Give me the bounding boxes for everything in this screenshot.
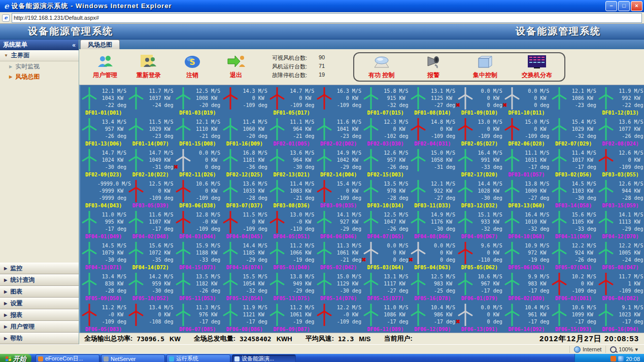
turbine-cell[interactable]: ✖ 15.9M/S 1188KW -33deg DF04-15(D73)	[174, 240, 221, 271]
minimize-button[interactable]: –	[605, 1, 617, 11]
turbine-cell[interactable]: ✖ 14.9M/S 1176KW -30deg DF04-08(D66)	[409, 209, 456, 240]
turbine-cell[interactable]: ✖ 11.2M/S 1061KW -19deg DF06-09(D87)	[268, 302, 315, 333]
turbine-cell[interactable]: ✖ 14.4M/S 1028KW -30deg DF03-12(D32)	[456, 178, 503, 209]
sidebar-menu-item[interactable]: ▶ 用户管理	[0, 321, 79, 333]
sidebar-group-main[interactable]: ▼ 主界面	[0, 50, 79, 61]
turbine-cell[interactable]: ✖ 16.4M/S 991KW -33deg DF02-17(D20)	[456, 147, 503, 178]
turbine-cell[interactable]: ✖ 11.9M/S 992KW -22deg DF01-12(D13)	[597, 85, 644, 116]
turbine-cell[interactable]: ✖ -9999.0M/S -9999KW -9999deg DF03-04(D4…	[80, 178, 127, 209]
turbine-cell[interactable]: ✖ 0.0M/S 0KW 0deg DF01-10(D11)	[503, 85, 550, 116]
turbine-cell[interactable]: ✖ 16.4M/S 1010KW -32deg DF04-10(D68)	[503, 209, 550, 240]
sidebar-item-realtime[interactable]: ▶ 实时监视	[0, 61, 79, 71]
turbine-cell[interactable]: ✖ 10.6M/S 0KW -109deg DF03-06(D38)	[174, 178, 221, 209]
turbine-cell[interactable]: ✖ 16.3M/S 0KW -109deg	[315, 85, 362, 116]
turbine-cell[interactable]: ✖ 13.5M/S 1182KW -26deg DF05-11(D53)	[174, 271, 221, 302]
turbine-cell[interactable]: ✖ 10.6M/S 1099KW -17deg DF06-15(D93)	[550, 302, 597, 333]
turbine-cell[interactable]: ✖ 11.4M/S 1017KW -17deg DF03-02(D56)	[550, 147, 597, 178]
turbine-cell[interactable]: ✖ 11.1M/S 964KW -21deg DF02-01(D05)	[268, 116, 315, 147]
central-control-button[interactable]: 集中控制	[463, 54, 507, 80]
turbine-cell[interactable]: ✖ 0.0M/S 0KW 0deg DF05-03(D64)	[362, 240, 409, 271]
logout-button[interactable]: S 注销	[171, 54, 214, 80]
tray-network-icon[interactable]	[618, 356, 624, 361]
sidebar-collapse-icon[interactable]: «	[72, 42, 76, 49]
zoom-control[interactable]: 100% ▾	[605, 346, 642, 353]
turbine-cell[interactable]: ✖ 11.5M/S 0KW -109deg DF04-04(D45)	[221, 209, 268, 240]
turbine-cell[interactable]: ✖ 15.5M/S 1054KW -32deg DF05-12(D54)	[221, 271, 268, 302]
turbine-cell[interactable]: ✖ 13.0M/S -0KW -110deg DF04-05(D51)	[268, 209, 315, 240]
sidebar-item-windfarm-overview[interactable]: ▶ 风场总图	[0, 71, 79, 82]
turbine-cell[interactable]: ✖ 0.0M/S 0KW 0deg DF05-04(D63)	[409, 240, 456, 271]
turbine-cell[interactable]: ✖ 13.5M/S 978KW -28deg DF03-10(D34)	[362, 178, 409, 209]
turbine-cell[interactable]: ✖ 11.2M/S 1066KW -19deg DF05-01(D40)	[268, 240, 315, 271]
turbine-cell[interactable]: ✖ 12.3M/S 0KW -102deg DF02-03(D30)	[362, 116, 409, 147]
turbine-cell[interactable]: ✖ 0.0M/S 0KW 0deg DF02-11(D26)	[174, 147, 221, 178]
tab-windfarm-overview[interactable]: 风场总图	[80, 40, 120, 49]
switch-distribution-button[interactable]: 交换机分布	[515, 54, 559, 80]
turbine-cell[interactable]: ✖ 0.0M/S 0KW 0deg DF06-13(D91)	[456, 302, 503, 333]
turbine-cell[interactable]: ✖ 13.6M/S 1077KW -26deg DF02-08(D24)	[597, 116, 644, 147]
turbine-cell[interactable]: ✖ 11.6M/S 1041KW -23deg DF02-02(D02)	[315, 116, 362, 147]
turbine-cell[interactable]: ✖ 13.8M/S 949KW -29deg DF05-13(D75)	[268, 271, 315, 302]
turbine-cell[interactable]: ✖ 11.7M/S 1037KW -24deg	[127, 85, 174, 116]
turbine-cell[interactable]: ✖ 0.0M/S 0KW 0deg DF01-09(D10)	[456, 85, 503, 116]
turbine-cell[interactable]: ✖ 15.6M/S 1072KW -35deg DF04-14(D72)	[127, 240, 174, 271]
turbine-cell[interactable]: ✖ 12.5M/S 1008KW -20deg DF01-03(D19)	[174, 85, 221, 116]
exit-button[interactable]: 退出	[214, 54, 258, 80]
sidebar-menu-item[interactable]: ▶ 报表	[0, 309, 79, 321]
turbine-cell[interactable]: ✖ 15.1M/S 933KW -32deg DF04-09(D67)	[456, 209, 503, 240]
turbine-cell[interactable]: ✖ 12.1M/S 1086KW -23deg	[550, 85, 597, 116]
turbine-cell[interactable]: ✖ 10.4M/S 961KW -17deg DF06-14(D92)	[503, 302, 550, 333]
turbine-cell[interactable]: ✖ 15.0M/S 1129KW -30deg DF05-14(D76)	[315, 271, 362, 302]
turbine-cell[interactable]: ✖ 12.2M/S 924KW -26deg DF05-07(D41)	[550, 240, 597, 271]
turbine-cell[interactable]: ✖ 11.5M/S 1029KW -23deg DF01-14(D07)	[127, 116, 174, 147]
turbine-cell[interactable]: ✖ 15.4M/S 1029KW -32deg DF02-07(D29)	[550, 116, 597, 147]
turbine-cell[interactable]: ✖ 15.8M/S 915KW -32deg DF01-07(D15)	[362, 85, 409, 116]
turbine-cell[interactable]: ✖ 12.6M/S 957KW -26deg DF02-15(D03)	[362, 147, 409, 178]
turbine-cell[interactable]: ✖ 9.6M/S 0KW -110deg DF05-05(D62)	[456, 240, 503, 271]
turbine-cell[interactable]: ✖ 11.4M/S 1060KW -20deg DF01-16(D09)	[221, 116, 268, 147]
turbine-cell[interactable]: ✖ 14.9M/S 1042KW -29deg DF02-14(D04)	[315, 147, 362, 178]
turbine-cell[interactable]: ✖ 12.2M/S -0KW -109deg	[315, 302, 362, 333]
turbine-cell[interactable]: ✖ 14.5M/S 1079KW -30deg DF04-13(D71)	[80, 240, 127, 271]
turbine-cell[interactable]: ✖ 12.6M/S 0KW -109deg DF03-03(D55)	[597, 147, 644, 178]
turbine-cell[interactable]: ✖ 12.5M/S 0KW -109deg DF03-05(D39)	[127, 178, 174, 209]
turbine-cell[interactable]: ✖ 9.9M/S 983KW -17deg DF06-02(D80)	[503, 271, 550, 302]
turbine-cell[interactable]: ✖ 16.8M/S 1181KW -36deg DF02-12(D25)	[221, 147, 268, 178]
turbine-cell[interactable]: ✖ 12.6M/S 944KW -28deg DF03-15(D59)	[597, 178, 644, 209]
turbine-cell[interactable]: ✖ 11.4M/S 1083KW -21deg DF03-08(D36)	[268, 178, 315, 209]
turbine-cell[interactable]: ✖ 14.1M/S 1113KW -29deg DF04-12(D70)	[597, 209, 644, 240]
tray-alert-icon[interactable]	[611, 356, 616, 361]
taskbar-task-button[interactable]: 设备能源演...	[232, 354, 296, 362]
maximize-button[interactable]: □	[618, 1, 630, 11]
turbine-cell[interactable]: ✖ 13.8M/S 1000KW -27deg DF03-13(D60)	[503, 178, 550, 209]
turbine-cell[interactable]: ✖ 14.5M/S 1103KW -30deg DF03-14(D58)	[550, 178, 597, 209]
turbine-cell[interactable]: ✖ 15.0M/S 0KW -109deg DF02-06(D28)	[503, 116, 550, 147]
turbine-cell[interactable]: ✖ 10.9M/S 972KW -19deg DF05-06(D61)	[503, 240, 550, 271]
turbine-cell[interactable]: ✖ 14.1M/S 927KW -29deg DF04-06(D46)	[315, 209, 362, 240]
user-management-button[interactable]: 用户管理	[83, 54, 127, 80]
active-power-control-button[interactable]: 有功 控制	[359, 54, 404, 80]
taskbar-task-button[interactable]: NetServer	[101, 354, 165, 362]
close-button[interactable]: ×	[631, 1, 642, 11]
turbine-cell[interactable]: ✖ 11.9M/S 1121KW -17deg DF06-08(D86)	[221, 302, 268, 333]
turbine-cell[interactable]: ✖ 12.2M/S 1005KW -24deg DF05-08(D47)	[597, 240, 644, 271]
alarm-button[interactable]: 报警	[411, 54, 456, 80]
turbine-cell[interactable]: ✖ 14.3M/S 0KW -109deg	[221, 85, 268, 116]
turbine-cell[interactable]: ✖ 13.0M/S 0KW -109deg DF02-05(D27)	[456, 116, 503, 147]
turbine-cell[interactable]: ✖ 11.3M/S 976KW -17deg DF06-07(D85)	[174, 302, 221, 333]
turbine-cell[interactable]: ✖ 15.6M/S 1105KW -33deg DF04-11(D69)	[550, 209, 597, 240]
sidebar-menu-item[interactable]: ▶ 图表	[0, 286, 79, 298]
turbine-cell[interactable]: ✖ 13.1M/S 1117KW -27deg DF05-15(D77)	[362, 271, 409, 302]
turbine-cell[interactable]: ✖ 12.1M/S 1043KW -22deg DF01-01(D01)	[80, 85, 127, 116]
turbine-cell[interactable]: ✖ 11.2M/S -0KW -109deg DF06-05(D83)	[80, 302, 127, 333]
turbine-cell[interactable]: ✖ 10.4M/S 986KW -17deg DF06-12(D90)	[409, 302, 456, 333]
sidebar-menu-item[interactable]: ▶ 帮助	[0, 333, 79, 344]
taskbar-task-button[interactable]: 运行系统	[166, 354, 230, 362]
turbine-cell[interactable]: ✖ 11.0M/S 1086KW -17deg DF06-11(D89)	[362, 302, 409, 333]
turbine-cell[interactable]: ✖ 13.6M/S 1033KW -28deg DF03-07(D37)	[221, 178, 268, 209]
sidebar-menu-item[interactable]: ▶ 统计查询	[0, 274, 79, 286]
address-input[interactable]: http://192.168.1.231/Default.aspx#	[12, 13, 642, 23]
turbine-cell[interactable]: ✖ 10.6M/S 967KW -17deg DF06-01(D79)	[456, 271, 503, 302]
turbine-cell[interactable]: ✖ 14.2M/S 959KW -30deg DF05-10(D52)	[127, 271, 174, 302]
turbine-cell[interactable]: ✖ 11.3M/S 1061KW -21deg DF05-02(D42)	[315, 240, 362, 271]
